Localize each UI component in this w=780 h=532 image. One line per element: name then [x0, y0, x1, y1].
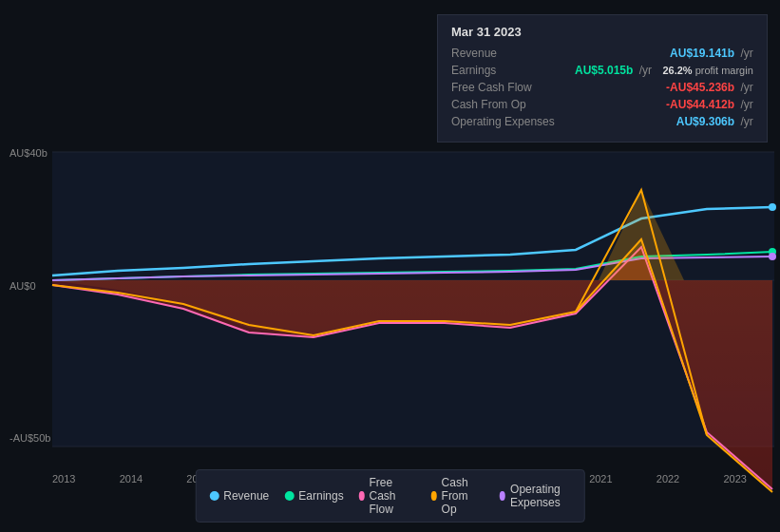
legend-label-opex: Operating Expenses — [510, 483, 571, 509]
legend-revenue[interactable]: Revenue — [209, 489, 269, 503]
tooltip-row-fcf: Free Cash Flow -AU$45.236b /yr — [451, 81, 753, 94]
tooltip-title: Mar 31 2023 — [451, 25, 753, 39]
x-label-1: 2014 — [120, 473, 143, 484]
tooltip-suffix-cfo: /yr — [740, 98, 752, 111]
tooltip-label-cfo: Cash From Op — [451, 98, 575, 111]
tooltip-value-fcf: -AU$45.236b — [666, 81, 734, 94]
x-label-10: 2023 — [723, 473, 746, 484]
tooltip-label-fcf: Free Cash Flow — [451, 81, 575, 94]
tooltip-profit-margin: 26.2% profit margin — [662, 65, 752, 76]
svg-point-7 — [769, 253, 776, 260]
legend-cfo[interactable]: Cash From Op — [431, 476, 485, 516]
legend-dot-cfo — [431, 491, 437, 501]
x-label-8: 2021 — [589, 473, 612, 484]
tooltip-suffix-revenue: /yr — [740, 47, 752, 60]
tooltip-suffix-earnings: /yr — [639, 64, 652, 77]
x-label-9: 2022 — [656, 473, 679, 484]
legend-label-fcf: Free Cash Flow — [369, 476, 415, 516]
legend-label-cfo: Cash From Op — [442, 476, 485, 516]
y-label-top: AU$40b — [10, 147, 48, 159]
tooltip-label-earnings: Earnings — [451, 64, 575, 77]
chart-container: AU$40b AU$0 -AU$50b 2013 2014 2015 2016 … — [0, 0, 780, 532]
legend-fcf[interactable]: Free Cash Flow — [359, 476, 416, 516]
tooltip-label-opex: Operating Expenses — [451, 115, 575, 128]
legend-label-earnings: Earnings — [298, 489, 343, 503]
legend-dot-earnings — [284, 491, 294, 501]
tooltip-box: Mar 31 2023 Revenue AU$19.141b /yr Earni… — [437, 14, 768, 142]
legend-dot-revenue — [209, 491, 219, 501]
svg-point-5 — [769, 203, 776, 211]
legend-label-revenue: Revenue — [223, 489, 269, 503]
legend-opex[interactable]: Operating Expenses — [500, 483, 571, 509]
legend-earnings[interactable]: Earnings — [284, 489, 343, 503]
tooltip-label-revenue: Revenue — [451, 47, 575, 60]
tooltip-value-earnings: AU$5.015b — [575, 64, 633, 77]
tooltip-row-earnings: Earnings AU$5.015b /yr 26.2% profit marg… — [451, 64, 753, 77]
tooltip-suffix-fcf: /yr — [740, 81, 752, 94]
legend-dot-fcf — [359, 491, 365, 501]
tooltip-value-cfo: -AU$44.412b — [666, 98, 734, 111]
tooltip-value-opex: AU$9.306b — [676, 115, 734, 128]
tooltip-row-cfo: Cash From Op -AU$44.412b /yr — [451, 98, 753, 111]
tooltip-row-revenue: Revenue AU$19.141b /yr — [451, 47, 753, 60]
tooltip-suffix-opex: /yr — [740, 115, 752, 128]
tooltip-value-revenue: AU$19.141b — [670, 47, 734, 60]
y-label-mid: AU$0 — [10, 280, 36, 292]
legend-dot-opex — [500, 491, 505, 501]
tooltip-row-opex: Operating Expenses AU$9.306b /yr — [451, 115, 753, 128]
chart-legend: Revenue Earnings Free Cash Flow Cash Fro… — [195, 469, 585, 522]
y-label-bot: -AU$50b — [10, 432, 50, 444]
x-label-0: 2013 — [52, 473, 75, 484]
